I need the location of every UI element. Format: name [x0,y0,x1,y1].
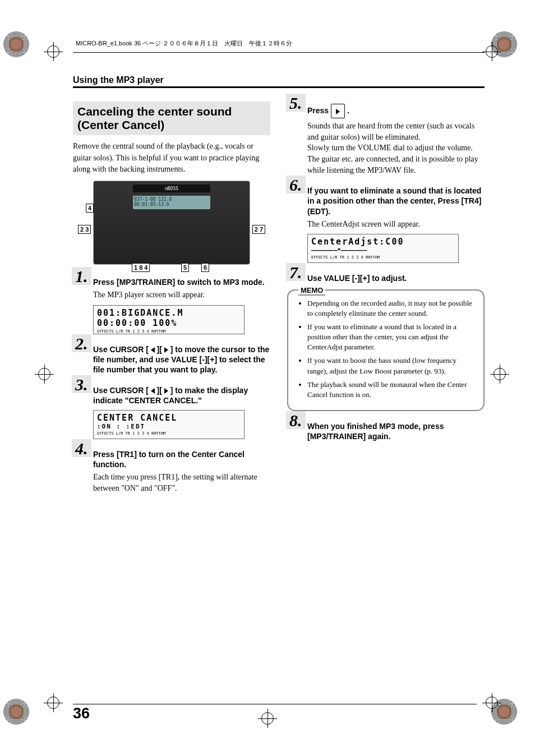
lcd-step3: CENTER CANCEL :ON : :EDT EFFECTS L/R TR … [93,410,245,439]
step-num-1: 1. [72,267,91,285]
lcd-step1: 001:BIGDANCE.M 00:00:00 100% EFFECTS L/R… [93,305,245,334]
step-7-head: Use VALUE [-][+] to adjust. [307,273,485,283]
step-7: 7. Use VALUE [-][+] to adjust. [287,271,485,283]
step-4-head: Press [TR1] to turn on the Center Cancel… [93,449,270,469]
memo-item-1: Depending on the recorded audio, it may … [307,298,474,319]
memo-item-3: If you want to boost the bass sound (low… [307,356,474,376]
crop-mark-bc [258,709,277,728]
step-8-head: When you finished MP3 mode, press [MP3/T… [307,421,485,441]
step-num-2: 2. [72,334,91,352]
step-1-head: Press [MP3/TRAINER] to switch to MP3 mod… [93,277,270,287]
cursor-right-icon [164,388,168,394]
cursor-left-icon [151,347,155,353]
page-number: 36 [73,705,90,722]
step-5-body2: Slowly turn the VOLUME dial to adjust th… [307,142,485,154]
memo-item-2: If you want to eliminate a sound that is… [307,322,474,353]
step-num-3: 3. [72,375,91,393]
step-4-body: Each time you press [TR1], the setting w… [93,472,270,494]
memo-label: MEMO [298,286,325,296]
step-6-head: If you want to eliminate a sound that is… [307,186,485,216]
step-5-body1: Sounds that are heard from the center (s… [307,121,485,142]
step-2-head: Use CURSOR [ ][ ] to move the cursor to … [93,344,270,375]
top-rule [73,52,485,53]
book-meta: MICRO-BR_e1.book 36 ページ ２００６年８月１日 火曜日 午後… [73,39,485,48]
step-8: 8. When you finished MP3 mode, press [MP… [287,419,485,441]
step-6-body: The CenterAdjst screen will appear. [307,219,485,230]
lcd-step6: CenterAdjst:C00 ———————*——————— EFFECTS … [307,234,459,263]
cursor-left-icon [151,388,155,394]
crop-mark-br [482,693,501,712]
memo-item-4: The playback sound will be monaural when… [307,380,474,400]
step-num-6: 6. [286,176,306,193]
memo-box: MEMO Depending on the recorded audio, it… [287,289,485,412]
play-button-icon [331,104,345,118]
footer-rule [73,704,477,704]
step-3: 3. Use CURSOR [ ][ ] to make the display… [73,383,270,405]
step-1-body: The MP3 player screen will appear. [93,289,270,301]
step-1: 1. Press [MP3/TRAINER] to switch to MP3 … [73,275,270,301]
cursor-right-icon [164,347,168,353]
step-2: 2. Use CURSOR [ ][ ] to move the cursor … [73,342,270,375]
step-5-body3: The guitar etc. are connected, and it is… [307,154,485,176]
step-6: 6. If you want to eliminate a sound that… [287,183,485,229]
step-4: 4. Press [TR1] to turn on the Center Can… [73,447,270,494]
step-5: 5. Press . Sounds that are heard from th… [287,102,485,176]
crop-mark-bl [44,693,63,712]
ornament-bottom-left [3,699,29,725]
step-num-7: 7. [286,263,306,281]
feature-intro: Remove the central sound of the playback… [73,141,270,175]
step-num-8: 8. [286,411,306,429]
section-title: Using the MP3 player [73,75,485,85]
device-diagram: ⊡BOSS 037-1-00 132.000:01:05-13.6 4 2 3 … [93,181,250,265]
section-rule [73,86,485,88]
step-5-head: Press . [307,104,485,118]
step-num-4: 4. [72,439,91,457]
step-3-head: Use CURSOR [ ][ ] to make the display in… [93,385,270,405]
feature-title: Canceling the center sound (Center Cance… [73,102,270,135]
step-num-5: 5. [286,94,306,112]
